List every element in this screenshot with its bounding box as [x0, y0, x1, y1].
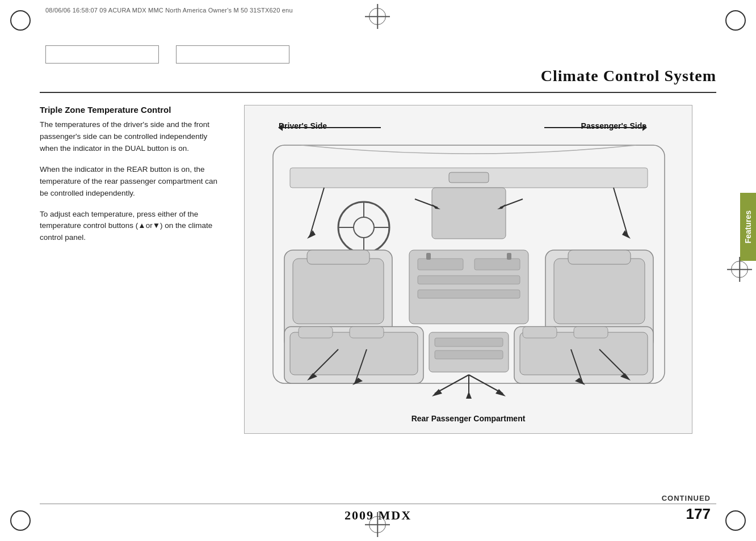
svg-rect-19	[418, 276, 520, 284]
title-rule	[40, 92, 716, 93]
svg-rect-55	[426, 253, 431, 260]
svg-rect-26	[435, 338, 503, 346]
footer-model: 2009 MDX	[345, 508, 411, 523]
svg-rect-11	[293, 259, 384, 324]
passenger-side-label: Passenger's Side	[581, 121, 646, 130]
tab-rect-1	[45, 45, 159, 64]
diagram-box: Driver's Side Passenger's Side	[244, 105, 692, 434]
bottom-rule	[40, 504, 716, 504]
corner-decoration-tl	[10, 10, 31, 31]
svg-rect-20	[418, 290, 520, 298]
paragraph-3: To adjust each temperature, press either…	[40, 209, 227, 244]
passenger-side-arrow	[544, 127, 646, 128]
paragraph-2: When the indicator in the REAR button is…	[40, 164, 227, 200]
svg-rect-27	[435, 350, 503, 359]
corner-decoration-tr	[725, 10, 746, 31]
svg-rect-17	[418, 259, 463, 270]
corner-decoration-br	[725, 510, 746, 531]
svg-rect-56	[507, 253, 511, 260]
svg-rect-51	[350, 327, 384, 338]
footer-continued: CONTINUED	[662, 494, 711, 502]
svg-rect-24	[520, 332, 648, 375]
svg-rect-14	[554, 259, 645, 324]
paragraph-1: The temperatures of the driver's side an…	[40, 119, 227, 155]
page-title: Climate Control System	[541, 67, 716, 85]
svg-rect-50	[299, 327, 333, 338]
driver-side-arrow	[279, 127, 381, 128]
svg-rect-54	[449, 172, 489, 183]
svg-rect-22	[290, 332, 418, 375]
left-column: Triple Zone Temperature Control The temp…	[40, 105, 227, 253]
rear-passenger-label: Rear Passenger Compartment	[411, 414, 526, 423]
tab-rect-2	[176, 45, 289, 64]
header-metadata: 08/06/06 16:58:07 09 ACURA MDX MMC North…	[45, 7, 293, 14]
driver-side-label: Driver's Side	[279, 121, 327, 130]
crosshair-right	[731, 261, 748, 278]
svg-rect-18	[474, 259, 520, 270]
section-heading: Triple Zone Temperature Control	[40, 105, 227, 115]
corner-decoration-bl	[10, 510, 31, 531]
svg-rect-15	[568, 250, 631, 264]
crosshair-top	[369, 8, 386, 25]
svg-rect-3	[432, 188, 506, 239]
svg-rect-52	[523, 327, 557, 338]
footer-page-number: 177	[686, 505, 711, 523]
side-tab-label: Features	[744, 210, 753, 243]
svg-rect-12	[307, 250, 369, 264]
side-tab: Features	[740, 193, 756, 261]
car-interior-diagram	[256, 140, 682, 400]
diagram-inner: Driver's Side Passenger's Side	[245, 105, 692, 433]
svg-rect-53	[574, 327, 608, 338]
